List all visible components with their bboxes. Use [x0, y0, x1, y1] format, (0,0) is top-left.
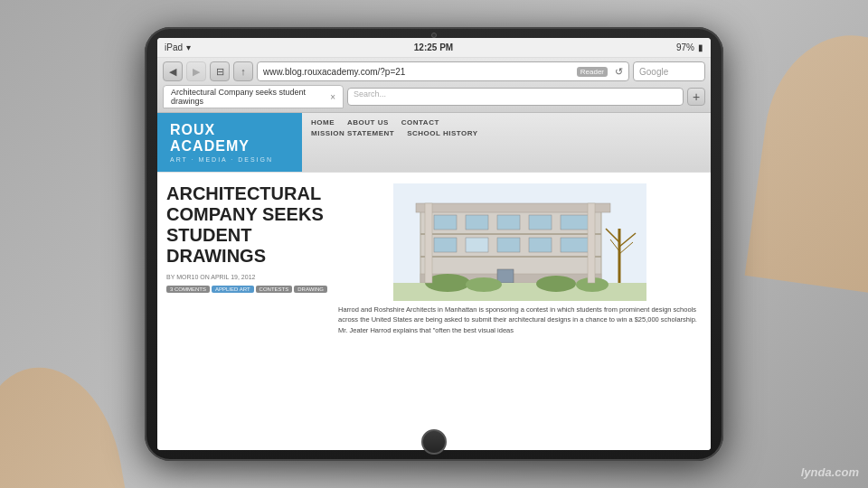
- ipad-device: iPad ▾ 12:25 PM 97% ▮ ◀ ▶: [145, 27, 723, 461]
- svg-rect-28: [425, 203, 432, 283]
- lynda-watermark: lynda.com: [801, 465, 859, 479]
- svg-rect-11: [466, 238, 488, 252]
- back-button[interactable]: ◀: [163, 61, 183, 81]
- svg-rect-29: [588, 203, 595, 283]
- site-nav: HOME ABOUT US CONTACT MISSION STATEMENT …: [302, 113, 711, 172]
- tag-applied-art[interactable]: APPLIED ART: [212, 286, 254, 293]
- safari-toolbar: ◀ ▶ ⊟ ↑ www.blog.rouxacademy.com/?p=21 R…: [157, 58, 711, 113]
- tab-title: Architectural Company seeks student draw…: [171, 88, 326, 106]
- url-text: www.blog.rouxacademy.com/?p=21: [263, 67, 405, 77]
- battery-level: 97%: [676, 42, 694, 52]
- wifi-icon: ▾: [186, 42, 191, 52]
- svg-point-24: [466, 277, 502, 292]
- site-name: ROUX ACADEMY: [170, 122, 289, 155]
- site-logo: ROUX ACADEMY ART · MEDIA · DESIGN: [157, 113, 302, 172]
- bookmarks-icon: ⊟: [216, 66, 224, 78]
- site-tagline: ART · MEDIA · DESIGN: [170, 156, 289, 163]
- tab-item[interactable]: Architectural Company seeks student draw…: [163, 85, 344, 108]
- status-right: 97% ▮: [676, 42, 703, 52]
- share-icon: ↑: [241, 66, 246, 77]
- status-left: iPad ▾: [165, 42, 191, 52]
- battery-icon: ▮: [698, 42, 703, 52]
- tag-comments[interactable]: 3 COMMENTS: [166, 286, 210, 293]
- ipad-screen: iPad ▾ 12:25 PM 97% ▮ ◀ ▶: [157, 38, 711, 450]
- tab-close-button[interactable]: ×: [330, 92, 335, 102]
- tag-drawing[interactable]: DRAWING: [294, 286, 327, 293]
- bookmarks-button[interactable]: ⊟: [210, 61, 230, 81]
- svg-rect-8: [529, 215, 552, 230]
- article-title: ARCHITECTURAL COMPANY SEEKS STUDENT DRAW…: [166, 183, 329, 267]
- nav-history[interactable]: SCHOOL HISTORY: [407, 129, 477, 137]
- building-illustration: [338, 183, 702, 301]
- ipad-camera: [431, 33, 437, 38]
- svg-rect-12: [497, 238, 520, 252]
- google-placeholder: Google: [639, 67, 668, 77]
- webpage-content: ROUX ACADEMY ART · MEDIA · DESIGN HOME A…: [157, 113, 711, 450]
- svg-rect-13: [529, 238, 552, 252]
- svg-rect-3: [420, 233, 601, 235]
- tag-contests[interactable]: CONTESTS: [256, 286, 293, 293]
- url-bar[interactable]: www.blog.rouxacademy.com/?p=21 Reader ↺: [257, 61, 629, 81]
- article-image-col: Harrod and Roshshire Architects in Manha…: [338, 183, 702, 443]
- share-button[interactable]: ↑: [233, 61, 253, 81]
- back-icon: ◀: [169, 66, 176, 78]
- nav-contact[interactable]: CONTACT: [401, 118, 439, 127]
- forward-icon: ▶: [193, 66, 200, 78]
- nav-about[interactable]: ABOUT US: [347, 118, 389, 127]
- nav-mission[interactable]: MISSION STATEMENT: [311, 129, 394, 137]
- svg-point-25: [536, 276, 576, 292]
- article-byline: BY MOR10 ON APRIL 19, 2012: [166, 274, 329, 280]
- status-time: 12:25 PM: [414, 42, 453, 52]
- article-body: Harrod and Roshshire Architects in Manha…: [338, 305, 702, 335]
- safari-nav-row: ◀ ▶ ⊟ ↑ www.blog.rouxacademy.com/?p=21 R…: [163, 61, 705, 81]
- svg-rect-5: [434, 215, 457, 230]
- nav-row-1: HOME ABOUT US CONTACT: [311, 118, 702, 127]
- google-search-bar[interactable]: Google: [633, 61, 705, 81]
- nav-home[interactable]: HOME: [311, 118, 335, 127]
- svg-rect-16: [497, 269, 514, 283]
- svg-rect-7: [497, 215, 520, 230]
- svg-rect-27: [416, 203, 610, 212]
- svg-rect-4: [420, 256, 601, 258]
- search-placeholder: Search...: [354, 89, 386, 99]
- reader-button[interactable]: Reader: [577, 67, 608, 77]
- svg-rect-10: [434, 238, 457, 252]
- add-tab-button[interactable]: +: [687, 88, 705, 106]
- article-text-col: ARCHITECTURAL COMPANY SEEKS STUDENT DRAW…: [166, 183, 329, 443]
- tab-search-row: Architectural Company seeks student draw…: [163, 85, 705, 108]
- article-area: ARCHITECTURAL COMPANY SEEKS STUDENT DRAW…: [157, 173, 711, 450]
- nav-row-2: MISSION STATEMENT SCHOOL HISTORY: [311, 129, 702, 137]
- forward-button[interactable]: ▶: [186, 61, 206, 81]
- ipad-home-button[interactable]: [421, 429, 447, 455]
- status-bar: iPad ▾ 12:25 PM 97% ▮: [157, 38, 711, 58]
- ipad-label: iPad: [165, 42, 183, 52]
- reload-button[interactable]: ↺: [615, 66, 623, 78]
- svg-rect-6: [466, 215, 488, 230]
- site-header: ROUX ACADEMY ART · MEDIA · DESIGN HOME A…: [157, 113, 711, 173]
- search-input[interactable]: Search...: [347, 88, 684, 106]
- article-tags: 3 COMMENTS APPLIED ART CONTESTS DRAWING: [166, 286, 329, 293]
